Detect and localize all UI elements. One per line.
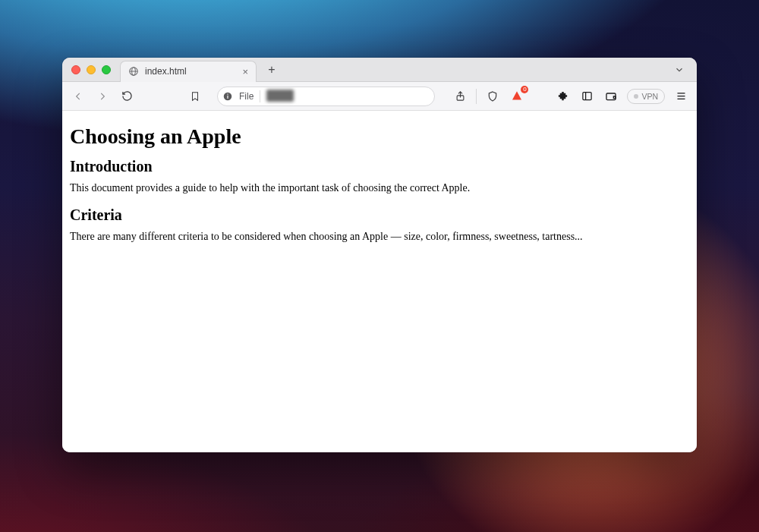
extensions-button[interactable] <box>554 88 571 105</box>
vpn-label: VPN <box>641 92 658 101</box>
plus-icon: + <box>268 63 275 77</box>
rewards-badge: 0 <box>521 86 528 93</box>
window-zoom-button[interactable] <box>102 65 111 74</box>
address-bar-wrapper: File <box>211 87 441 106</box>
tab-close-button[interactable]: × <box>242 67 248 77</box>
wallet-button[interactable] <box>603 88 619 105</box>
svg-rect-3 <box>227 95 228 98</box>
nav-forward-button[interactable] <box>94 88 111 105</box>
share-button[interactable] <box>452 88 468 105</box>
url-redacted <box>266 90 294 102</box>
site-info-icon[interactable] <box>222 91 233 102</box>
page-heading-1: Choosing an Apple <box>70 124 689 149</box>
section-body: There are many different criteria to be … <box>70 230 689 244</box>
svg-rect-4 <box>227 93 228 94</box>
window-close-button[interactable] <box>71 65 80 74</box>
tab-title: index.html <box>145 66 187 77</box>
section-body: This document provides a guide to help w… <box>70 181 689 196</box>
page-viewport[interactable]: Choosing an Apple Introduction This docu… <box>62 111 697 452</box>
tabs-overflow-button[interactable] <box>669 63 689 77</box>
globe-icon <box>128 66 139 77</box>
new-tab-button[interactable]: + <box>263 61 281 79</box>
browser-tab[interactable]: index.html × <box>120 61 257 82</box>
vpn-button[interactable]: VPN <box>627 89 665 104</box>
window-minimize-button[interactable] <box>87 65 96 74</box>
svg-rect-6 <box>583 93 591 100</box>
addr-separator <box>260 90 260 102</box>
browser-window: index.html × + File <box>62 58 697 452</box>
sidebar-button[interactable] <box>578 88 595 105</box>
toolbar-divider <box>476 89 477 104</box>
url-scheme-label: File <box>239 91 254 102</box>
vpn-status-dot <box>634 94 638 99</box>
shields-button[interactable] <box>484 88 501 105</box>
reload-button[interactable] <box>118 88 135 105</box>
nav-back-button[interactable] <box>70 88 87 105</box>
address-bar[interactable]: File <box>217 87 435 106</box>
tab-strip: index.html × + <box>62 58 697 82</box>
window-controls <box>62 65 120 74</box>
url-text[interactable] <box>266 90 430 103</box>
toolbar: File 0 <box>62 82 697 111</box>
app-menu-button[interactable] <box>672 88 689 105</box>
bookmark-button[interactable] <box>187 88 203 105</box>
section-heading: Introduction <box>70 158 689 175</box>
brave-rewards-button[interactable]: 0 <box>509 88 525 105</box>
toolbar-right: 0 VPN <box>452 88 689 105</box>
section-heading: Criteria <box>70 206 689 224</box>
